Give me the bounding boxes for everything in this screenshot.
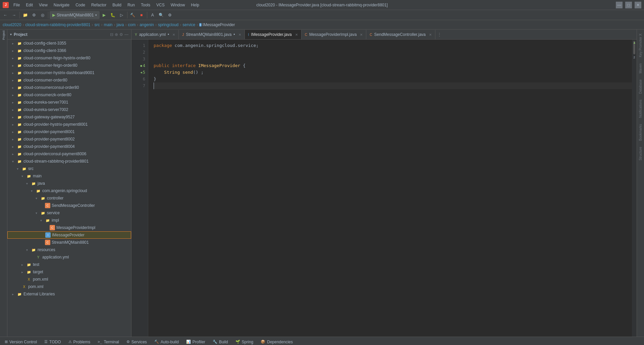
menu-refactor[interactable]: Refactor	[89, 2, 109, 8]
menu-navigate[interactable]: Navigate	[51, 2, 72, 8]
crumb-module[interactable]: cloud-stream-rabbitmq-provider8801	[25, 22, 90, 27]
settings-button[interactable]: ⚙	[30, 11, 38, 19]
tree-item-cloud-gateway-gateway9527[interactable]: ▸📁cloud-gateway-gateway9527	[7, 113, 131, 121]
crumb-cloud2020[interactable]: cloud2020	[3, 22, 21, 27]
translate-button[interactable]: A	[149, 11, 157, 19]
tree-item-service[interactable]: ▾📁service	[7, 209, 131, 217]
settings-icon[interactable]: ⚙	[119, 32, 123, 37]
tree-item-MessageProviderImpl[interactable]: CMessageProviderImpl	[7, 224, 131, 231]
tree-item-impl[interactable]: ▾📁impl	[7, 217, 131, 224]
tree-item-cloud-config-client-3355[interactable]: ▸📁cloud-config-client-3355	[7, 40, 131, 47]
tree-item-cloud-consumer-order80[interactable]: ▸📁cloud-consumer-order80	[7, 76, 131, 84]
tree-item-cloud-providerconsul-payment8006[interactable]: ▸📁cloud-providerconsul-payment8006	[7, 150, 131, 158]
run-button[interactable]: ▶	[100, 11, 108, 19]
menu-edit[interactable]: Edit	[23, 2, 36, 8]
bottom-tab-spring[interactable]: 🌱 Spring	[232, 337, 257, 345]
tree-item-cloud-consumerzk-order80[interactable]: ▸📁cloud-consumerzk-order80	[7, 91, 131, 99]
sidebar-key-promoter[interactable]: Key Promoter X	[639, 31, 642, 60]
crumb-service[interactable]: service	[182, 22, 195, 27]
maximize-button[interactable]: □	[625, 2, 632, 8]
tree-item-External Libraries[interactable]: ▸📁External Libraries	[7, 290, 131, 298]
bottom-tab-terminal[interactable]: >_ Terminal	[94, 337, 122, 345]
project-sidebar-button[interactable]: Project	[1, 32, 7, 38]
tree-item-cloud-provider-payment8001[interactable]: ▸📁cloud-provider-payment8001	[7, 128, 131, 135]
bottom-tab-todo[interactable]: ☰ TODO	[41, 337, 64, 345]
close-button[interactable]: ✕	[635, 2, 641, 8]
search-button[interactable]: 🔍	[157, 11, 165, 19]
menu-view[interactable]: View	[36, 2, 50, 8]
minimize-button[interactable]: —	[616, 2, 623, 8]
crumb-src[interactable]: src	[94, 22, 100, 27]
menu-tools[interactable]: Tools	[138, 2, 153, 8]
menu-build[interactable]: Build	[110, 2, 124, 8]
tree-item-IMessageProvider[interactable]: IIMessageProvider	[7, 231, 131, 239]
menu-file[interactable]: File	[11, 2, 22, 8]
crumb-com[interactable]: com	[128, 22, 136, 27]
menu-help[interactable]: Help	[188, 2, 202, 8]
tabs-more-button[interactable]: ⋮	[435, 30, 443, 39]
hide-panel-icon[interactable]: —	[124, 32, 128, 37]
forward-button[interactable]: →	[10, 11, 18, 19]
sidebar-notifications[interactable]: Notifications	[639, 97, 642, 120]
stop-button[interactable]: ■	[138, 11, 146, 19]
sidebar-database[interactable]: Database	[639, 77, 642, 97]
tab-close-imessage[interactable]: ✕	[295, 33, 298, 37]
scroll-indicator[interactable]: ▲ 2	[632, 40, 637, 337]
tab-stream-main[interactable]: J StreamMQMain8801.java • ✕	[179, 30, 245, 39]
tree-item-cloud-provider-payment8002[interactable]: ▸📁cloud-provider-payment8002	[7, 135, 131, 143]
collapse-all-icon[interactable]: ⊟	[110, 32, 113, 37]
menu-run[interactable]: Run	[125, 2, 138, 8]
tree-item-cloud-consumer-feign-hystrix-order80[interactable]: ▸📁cloud-consumer-feign-hystrix-order80	[7, 54, 131, 62]
tree-item-cloud-consumer-feign-order80[interactable]: ▸📁cloud-consumer-feign-order80	[7, 62, 131, 69]
tree-item-pom-xml-1[interactable]: Xpom.xml	[7, 276, 131, 283]
code-editor[interactable]: package com.angenin.springcloud.service;…	[148, 40, 632, 337]
scroll-to-center-icon[interactable]: ⊕	[115, 32, 118, 37]
tree-item-cloud-consumerconsul-order80[interactable]: ▸📁cloud-consumerconsul-order80	[7, 84, 131, 91]
build-button[interactable]: 🔨	[129, 11, 137, 19]
tree-item-target[interactable]: ▸📁target	[7, 268, 131, 276]
bottom-tab-version-control[interactable]: ⊞ Version Control	[1, 337, 40, 345]
tab-message-provider-impl[interactable]: C MessageProviderImpl.java ✕	[302, 30, 367, 39]
bottom-tab-build[interactable]: 🔧 Build	[209, 337, 231, 345]
bottom-tab-problems[interactable]: ⚠ Problems	[65, 337, 94, 345]
sidebar-bookmarks[interactable]: Bookmarks	[639, 121, 642, 143]
tree-item-cloud-provider-hystrix-payment8001[interactable]: ▸📁cloud-provider-hystrix-payment8001	[7, 121, 131, 128]
tree-item-cloud-eureka-server7002[interactable]: ▸📁cloud-eureka-server7002	[7, 106, 131, 113]
sidebar-maven[interactable]: Maven	[639, 61, 642, 76]
tree-item-java[interactable]: ▾📁java	[7, 180, 131, 187]
menu-vcs[interactable]: VCS	[154, 2, 167, 8]
tree-item-main[interactable]: ▾📁main	[7, 172, 131, 180]
bottom-tab-services[interactable]: ⚙ Services	[123, 337, 150, 345]
tab-close-impl[interactable]: ✕	[360, 33, 363, 37]
tree-item-SendMessageController[interactable]: CSendMessageController	[7, 202, 131, 209]
tree-item-cloud-config-client-3366[interactable]: ▸📁cloud-config-client-3366	[7, 47, 131, 54]
menu-code[interactable]: Code	[73, 2, 88, 8]
tree-item-src[interactable]: ▾📁src	[7, 165, 131, 172]
tree-item-controller[interactable]: ▾📁controller	[7, 194, 131, 202]
bottom-tab-auto-build[interactable]: 🔨 Auto-build	[151, 337, 182, 345]
tab-application-yml[interactable]: Y application.yml • ✕	[131, 30, 179, 39]
config-button[interactable]: ⚙	[166, 11, 174, 19]
crumb-main[interactable]: main	[104, 22, 112, 27]
menu-window[interactable]: Window	[168, 2, 188, 8]
navigate-button[interactable]: ◎	[39, 11, 47, 19]
run-configuration[interactable]: ▶ StreamMQMain8801 ▾	[50, 11, 100, 19]
tree-item-cloud-provider-payment8004[interactable]: ▸📁cloud-provider-payment8004	[7, 143, 131, 150]
tab-close-stream[interactable]: ✕	[238, 33, 241, 37]
tree-item-cloud-consumer-hystrix-dashboard9001[interactable]: ▸📁cloud-consumer-hystrix-dashboard9001	[7, 69, 131, 76]
tree-item-pom-xml-2[interactable]: Xpom.xml	[7, 283, 131, 290]
tree-item-application-yml[interactable]: Yapplication.yml	[7, 253, 131, 261]
crumb-angenin[interactable]: angenin	[140, 22, 154, 27]
recent-files-button[interactable]: 📁	[21, 11, 29, 19]
crumb-springcloud[interactable]: springcloud	[158, 22, 178, 27]
tree-item-resources[interactable]: ▾📁resources	[7, 246, 131, 253]
crumb-java[interactable]: java	[117, 22, 124, 27]
coverage-button[interactable]: ▷	[118, 11, 126, 19]
tab-close-yaml[interactable]: ✕	[172, 33, 175, 37]
tab-close-controller[interactable]: ✕	[429, 33, 432, 37]
bottom-tab-profiler[interactable]: 📊 Profiler	[183, 337, 209, 345]
bottom-tab-dependencies[interactable]: 📦 Dependencies	[257, 337, 296, 345]
tab-imessage-provider[interactable]: I IMessageProvider.java ✕	[245, 30, 302, 39]
back-button[interactable]: ←	[1, 11, 9, 19]
tree-item-cloud-eureka-server7001[interactable]: ▸📁cloud-eureka-server7001	[7, 99, 131, 106]
